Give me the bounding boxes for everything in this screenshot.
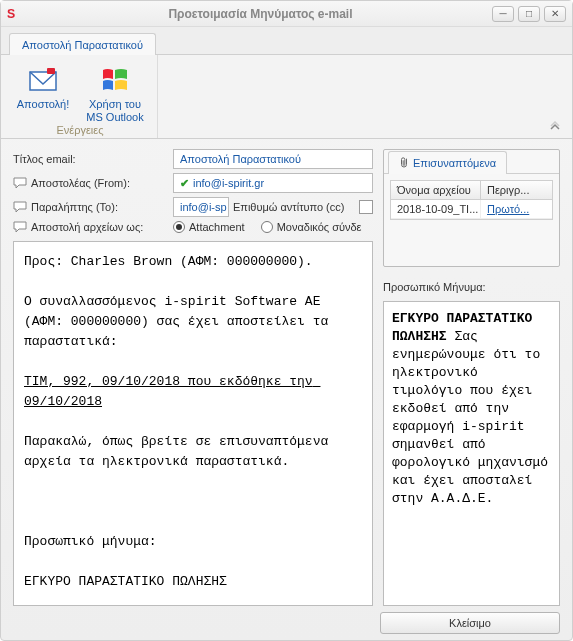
paperclip-icon	[399, 156, 409, 170]
close-button[interactable]: Κλείσιμο	[380, 612, 560, 634]
attachment-filename: 2018-10-09_TI...	[391, 200, 481, 218]
radio-unique-label: Μοναδικός σύνδε	[277, 221, 362, 233]
recipient-label-text: Παραλήπτης (To):	[31, 201, 118, 213]
email-compose-window: S Προετοιμασία Μηνύματος e-mail ─ □ ✕ Απ…	[0, 0, 573, 641]
recipient-label: Παραλήπτης (To):	[13, 201, 173, 213]
svg-text:S: S	[7, 7, 15, 21]
svg-rect-2	[47, 68, 55, 74]
maximize-button[interactable]: □	[518, 6, 540, 22]
envelope-icon	[27, 64, 59, 96]
main-tabstrip: Αποστολή Παραστατικού	[1, 27, 572, 55]
app-icon: S	[7, 7, 21, 21]
radio-attachment-label: Attachment	[189, 221, 245, 233]
use-outlook-label: Χρήση του MS Outlook	[86, 98, 143, 124]
body-to-line: Προς: Charles Brown (ΑΦΜ: 000000000).	[24, 254, 313, 269]
recipient-input[interactable]: info@i-sp	[173, 197, 229, 217]
radio-icon	[261, 221, 273, 233]
radio-unique-link[interactable]: Μοναδικός σύνδε	[261, 221, 362, 233]
window-title: Προετοιμασία Μηνύματος e-mail	[29, 7, 492, 21]
ribbon: Αποστολή! Χρήση του MS Outlook Ενέργειες	[1, 55, 572, 139]
personal-message-box[interactable]: ΕΓΚΥΡΟ ΠΑΡΑΣΤΑΤΙΚΟ ΠΩΛΗΣΗΣ Σας ενημερώνο…	[383, 301, 560, 606]
attachments-table: Όνομα αρχείου Περιγρ... 2018-10-09_TI...…	[390, 180, 553, 220]
attachments-tab[interactable]: Επισυναπτόμενα	[388, 151, 507, 174]
close-window-button[interactable]: ✕	[544, 6, 566, 22]
sendas-label: Αποστολή αρχείων ως:	[13, 221, 173, 233]
col-description[interactable]: Περιγρ...	[481, 181, 552, 199]
footer: Κλείσιμο	[13, 606, 560, 634]
body-document-link[interactable]: ΤΙΜ, 992, 09/10/2018 που εκδόθηκε την 09…	[24, 374, 320, 409]
radio-icon	[173, 221, 185, 233]
send-button-label: Αποστολή!	[17, 98, 69, 111]
body-please: Παρακαλώ, όπως βρείτε σε επισυναπτόμενα …	[24, 434, 336, 469]
attachments-panel: Επισυναπτόμενα Όνομα αρχείου Περιγρ... 2…	[383, 149, 560, 267]
radio-attachment[interactable]: Attachment	[173, 221, 245, 233]
content-area: Τίτλος email: Αποστολή Παραστατικού Αποσ…	[1, 139, 572, 640]
speech-bubble-icon	[13, 177, 27, 189]
speech-bubble-icon	[13, 221, 27, 233]
check-icon: ✔	[180, 177, 189, 190]
col-filename[interactable]: Όνομα αρχείου	[391, 181, 481, 199]
right-column: Επισυναπτόμενα Όνομα αρχείου Περιγρ... 2…	[383, 149, 560, 606]
left-column: Τίτλος email: Αποστολή Παραστατικού Αποσ…	[13, 149, 373, 606]
body-intro: Ο συναλλασσόμενος i-spirit Software AE (…	[24, 294, 336, 349]
ribbon-collapse-button[interactable]	[546, 120, 564, 134]
sender-input[interactable]: ✔ info@i-spirit.gr	[173, 173, 373, 193]
title-label: Τίτλος email:	[13, 153, 173, 165]
body-pm-heading: Προσωπικό μήνυμα:	[24, 534, 157, 549]
sender-label: Αποστολέας (From):	[13, 177, 173, 189]
cc-checkbox[interactable]	[359, 200, 373, 214]
personal-message-label: Προσωπικό Μήνυμα:	[383, 281, 560, 293]
attachments-tab-label: Επισυναπτόμενα	[413, 157, 496, 169]
body-pm-line: ΕΓΚΥΡΟ ΠΑΡΑΣΤΑΤΙΚΟ ΠΩΛΗΣΗΣ	[24, 574, 227, 589]
email-form: Τίτλος email: Αποστολή Παραστατικού Αποσ…	[13, 149, 373, 233]
cc-label: Επιθυμώ αντίτυπο (cc)	[233, 201, 344, 213]
speech-bubble-icon	[13, 201, 27, 213]
ribbon-group-label: Ενέργειες	[1, 124, 159, 136]
attachment-desc-link[interactable]: Πρωτό...	[487, 203, 529, 215]
table-row[interactable]: 2018-10-09_TI... Πρωτό...	[391, 200, 552, 219]
title-input[interactable]: Αποστολή Παραστατικού	[173, 149, 373, 169]
sendas-label-text: Αποστολή αρχείων ως:	[31, 221, 143, 233]
message-body[interactable]: Προς: Charles Brown (ΑΦΜ: 000000000). Ο …	[13, 241, 373, 606]
titlebar: S Προετοιμασία Μηνύματος e-mail ─ □ ✕	[1, 1, 572, 27]
sender-value: info@i-spirit.gr	[193, 177, 264, 189]
sender-label-text: Αποστολέας (From):	[31, 177, 130, 189]
minimize-button[interactable]: ─	[492, 6, 514, 22]
windows-flag-icon	[99, 64, 131, 96]
personal-message-text: Σας ενημερώνουμε ότι το ηλεκτρονικό τιμο…	[392, 329, 548, 506]
tab-send-document[interactable]: Αποστολή Παραστατικού	[9, 33, 156, 55]
